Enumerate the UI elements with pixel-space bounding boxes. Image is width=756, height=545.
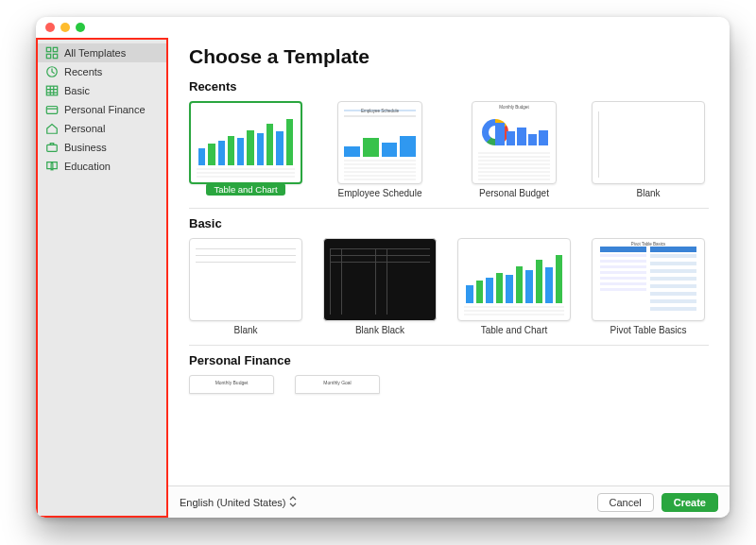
svg-rect-3 [53,54,57,58]
sidebar-item-label: Recents [64,66,102,77]
template-label: Employee Schedule [338,188,422,198]
template-label: Blank [636,188,660,198]
updown-icon [289,496,297,509]
template-thumb [592,101,705,184]
zoom-window-button[interactable] [76,23,85,32]
template-thumb-peek[interactable]: Monthly Budget [189,375,274,394]
sidebar-item-personal[interactable]: Personal [38,119,166,138]
section-title-recents: Recents [189,79,709,94]
template-thumb: Employee Schedule [337,101,422,184]
sidebar-item-label: Education [64,161,111,172]
sidebar: All Templates Recents Basic Personal Fin… [36,38,168,518]
language-selector[interactable]: English (United States) [180,496,297,509]
titlebar [36,17,730,38]
main-area: Choose a Template Recents [168,38,730,518]
sidebar-item-business[interactable]: Business [38,138,166,157]
close-window-button[interactable] [45,23,55,32]
grid-icon [45,46,59,60]
svg-rect-5 [46,86,57,95]
svg-rect-2 [46,54,50,58]
template-blank[interactable]: Blank [189,238,302,335]
sidebar-item-label: Personal Finance [64,104,146,115]
briefcase-icon [45,141,59,154]
window-body: All Templates Recents Basic Personal Fin… [36,38,730,518]
template-pivot-basics[interactable]: Pivot Table Basics Pivot Table Basics [592,238,705,335]
create-button[interactable]: Create [662,493,718,512]
template-table-and-chart[interactable]: Table and Chart [457,238,571,335]
template-chooser-window: All Templates Recents Basic Personal Fin… [36,17,730,518]
template-thumb [323,238,437,321]
template-blank-black[interactable]: Blank Black [323,238,437,335]
svg-rect-1 [53,47,57,51]
table-icon [45,84,59,97]
template-thumb [189,101,302,184]
section-title-personal-finance: Personal Finance [189,353,709,367]
clock-icon [45,65,59,78]
footer: English (United States) Cancel Create [168,485,730,518]
basic-row: Blank Blank Black [189,238,709,335]
template-employee-schedule[interactable]: Employee Schedule Employee Schedule [323,101,437,198]
sidebar-item-label: All Templates [64,47,126,59]
recents-row: Table and Chart Employee Schedule Employ… [189,101,709,198]
divider [189,208,709,209]
template-personal-budget[interactable]: Monthly Budget Personal Budget [457,101,571,198]
minimize-window-button[interactable] [60,23,70,32]
sidebar-item-basic[interactable]: Basic [38,81,166,100]
svg-rect-0 [46,47,50,51]
sidebar-item-education[interactable]: Education [38,157,166,176]
page-title: Choose a Template [189,45,709,68]
template-thumb [189,238,302,321]
template-blank[interactable]: Blank [592,101,705,198]
svg-rect-7 [47,145,58,151]
home-icon [45,122,59,135]
template-label: Blank [233,325,257,335]
sidebar-item-label: Basic [64,85,90,96]
cancel-button[interactable]: Cancel [597,493,654,512]
wallet-icon [45,103,59,116]
sidebar-item-label: Personal [64,123,105,134]
template-label: Blank Black [355,325,404,335]
template-thumb: Pivot Table Basics [592,238,705,321]
book-icon [45,160,59,173]
language-label: English (United States) [180,497,286,508]
svg-rect-6 [46,107,57,114]
sidebar-item-all-templates[interactable]: All Templates [38,43,166,62]
template-label: Table and Chart [481,325,548,335]
template-label: Personal Budget [479,188,549,198]
section-title-basic: Basic [189,216,709,230]
template-label: Table and Chart [206,183,284,196]
sidebar-item-label: Business [64,142,107,153]
template-thumb [457,238,571,321]
personal-finance-row: Monthly Budget Monthly Goal [189,375,709,394]
sidebar-item-personal-finance[interactable]: Personal Finance [38,100,166,119]
template-scroll-area[interactable]: Choose a Template Recents [168,38,730,485]
sidebar-item-recents[interactable]: Recents [38,62,166,81]
template-label: Pivot Table Basics [610,325,687,335]
divider [189,345,709,346]
template-thumb: Monthly Budget [472,101,557,184]
template-table-and-chart[interactable]: Table and Chart [189,101,302,198]
template-thumb-peek[interactable]: Monthly Goal [295,375,380,394]
